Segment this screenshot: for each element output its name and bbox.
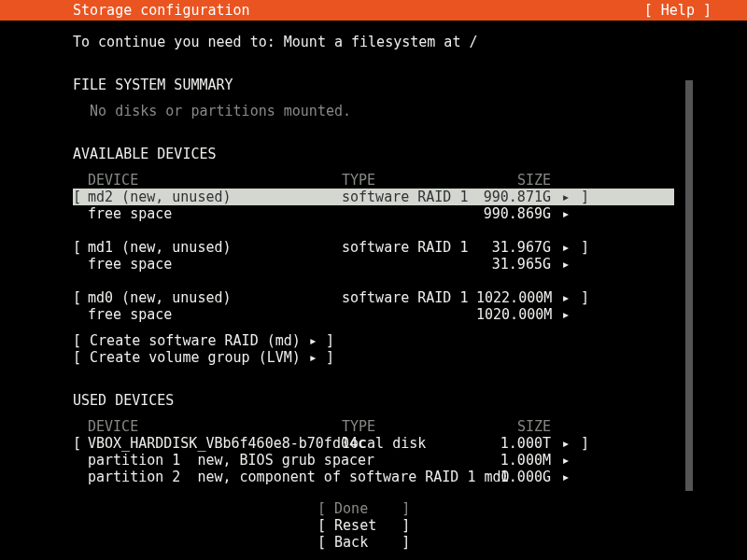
used-heading: USED DEVICES [73, 392, 674, 409]
arrow-right-icon: ▸ [561, 256, 570, 273]
col-size: SIZE [476, 172, 551, 189]
content-area: To continue you need to: Mount a filesys… [0, 21, 747, 551]
create-lvm-action[interactable]: [ Create volume group (LVM) ▸ ] [73, 349, 674, 366]
arrow-right-icon: ▸ [561, 239, 570, 256]
available-devices-section: AVAILABLE DEVICES DEVICE TYPE SIZE [ md2… [73, 146, 674, 366]
device-row-md2[interactable]: [ md2 (new, unused) software RAID 1 990.… [73, 189, 674, 205]
fss-heading: FILE SYSTEM SUMMARY [73, 77, 674, 93]
arrow-right-icon: ▸ [561, 205, 570, 222]
col-device: DEVICE [88, 418, 342, 435]
arrow-right-icon: ▸ [561, 469, 570, 485]
used-devices-section: USED DEVICES DEVICE TYPE SIZE [ VBOX_HAR… [73, 392, 674, 485]
col-type: TYPE [342, 418, 476, 435]
avail-actions: [ Create software RAID (md) ▸ ] [ Create… [73, 332, 674, 366]
used-device-row[interactable]: [ VBOX_HARDDISK_VBb6f460e8-b70fd04c loca… [73, 435, 674, 452]
help-button[interactable]: [ Help ] [644, 2, 747, 19]
free-space-row[interactable]: free space 1020.000M ▸ [73, 306, 674, 323]
arrow-right-icon: ▸ [561, 452, 570, 469]
back-button[interactable]: [ Back ] [317, 534, 430, 551]
partition-row[interactable]: partition 1 new, BIOS grub spacer 1.000M… [73, 452, 674, 469]
arrow-right-icon: ▸ [561, 289, 570, 306]
arrow-right-icon: ▸ [561, 306, 570, 323]
scrollbar[interactable] [685, 80, 693, 491]
file-system-summary-section: FILE SYSTEM SUMMARY No disks or partitio… [73, 77, 674, 119]
partition-row[interactable]: partition 2 new, component of software R… [73, 469, 674, 485]
device-row-md0[interactable]: [ md0 (new, unused) software RAID 1 1022… [73, 289, 674, 306]
used-column-headers: DEVICE TYPE SIZE [73, 418, 674, 435]
avail-heading: AVAILABLE DEVICES [73, 146, 674, 162]
reset-button[interactable]: [ Reset ] [317, 517, 430, 534]
free-space-row[interactable]: free space 990.869G ▸ [73, 205, 674, 222]
device-row-md1[interactable]: [ md1 (new, unused) software RAID 1 31.9… [73, 239, 674, 256]
col-size: SIZE [476, 418, 551, 435]
create-raid-action[interactable]: [ Create software RAID (md) ▸ ] [73, 332, 674, 349]
avail-column-headers: DEVICE TYPE SIZE [73, 172, 674, 189]
instruction-text: To continue you need to: Mount a filesys… [73, 34, 674, 50]
page-title: Storage configuration [73, 2, 250, 19]
arrow-right-icon: ▸ [561, 189, 570, 205]
footer-buttons: [ Done ] [ Reset ] [ Back ] [73, 500, 674, 551]
col-type: TYPE [342, 172, 476, 189]
arrow-right-icon: ▸ [561, 435, 570, 452]
free-space-row[interactable]: free space 31.965G ▸ [73, 256, 674, 273]
fss-empty: No disks or partitions mounted. [90, 103, 351, 119]
header-bar: Storage configuration [ Help ] [0, 0, 747, 21]
col-device: DEVICE [88, 172, 342, 189]
done-button: [ Done ] [317, 500, 430, 517]
